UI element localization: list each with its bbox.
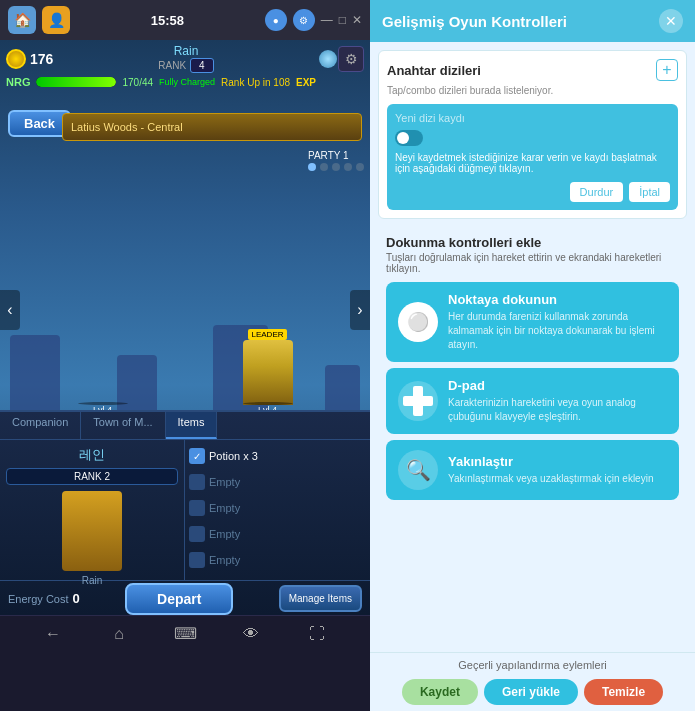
item-label-3: Empty [209, 528, 240, 540]
recording-toggle[interactable] [395, 130, 423, 146]
zoom-icon: 🔍 [398, 450, 438, 490]
control-touch-text: Noktaya dokunun Her durumda farenizi kul… [448, 292, 667, 352]
item-checkbox-0[interactable]: ✓ [189, 448, 205, 464]
item-label-1: Empty [209, 476, 240, 488]
item-row-1: Empty [189, 470, 366, 494]
energy-cost-display: Energy Cost 0 [8, 591, 80, 606]
charged-status: Fully Charged [159, 77, 215, 87]
party-dot-3 [332, 163, 340, 171]
hud-top: 176 Rain RANK 4 500 NRG [0, 40, 370, 105]
touch-desc: Her durumda farenizi kullanmak zorunda k… [448, 310, 667, 352]
control-card-zoom[interactable]: 🔍 Yakınlaştır Yakınlaştırmak veya uzakla… [386, 440, 679, 500]
party-dots [308, 163, 364, 171]
recording-box: Yeni dizi kaydı Neyi kaydetmek istediğin… [387, 104, 678, 210]
control-zoom-text: Yakınlaştır Yakınlaştırmak veya uzaklaşt… [448, 454, 653, 486]
item-row-3: Empty [189, 522, 366, 546]
item-row-0: ✓ Potion x 3 [189, 444, 366, 468]
char-sprite-left [78, 340, 128, 405]
section-anahtar: Anahtar dizileri + Tap/combo dizileri bu… [378, 50, 687, 219]
manage-items-button[interactable]: Manage Items [279, 585, 362, 612]
energy-cost-label: Energy Cost [8, 593, 69, 605]
nrg-text: 170/44 [122, 77, 153, 88]
location-bar: Latius Woods - Central [62, 113, 362, 141]
rank-up-label: Rank Up in 108 [221, 77, 290, 88]
restore-button[interactable]: □ [339, 13, 346, 27]
taskbar: 🏠 👤 15:58 ● ⚙ — □ ✕ [0, 0, 370, 40]
crystal-icon [319, 50, 337, 68]
dokunma-subtitle: Tuşları doğrulamak için hareket ettirin … [386, 252, 679, 274]
item-checkbox-3[interactable] [189, 526, 205, 542]
eye-nav-icon[interactable]: 👁 [238, 621, 264, 647]
load-config-button[interactable]: Geri yükle [484, 679, 578, 705]
config-title: Geçerli yapılandırma eylemleri [378, 659, 687, 671]
item-checkbox-2[interactable] [189, 500, 205, 516]
section-dokunma: Dokunma kontrolleri ekle Tuşları doğrula… [378, 227, 687, 514]
party-area: PARTY 1 [308, 150, 364, 171]
char-slot-right: LEADER Lvl 4 [243, 329, 293, 415]
companion-figure [62, 491, 122, 571]
tab-items[interactable]: Items [166, 412, 218, 439]
home-icon[interactable]: 🏠 [8, 6, 36, 34]
nav-left-button[interactable]: ‹ [0, 290, 20, 330]
item-label-0: Potion x 3 [209, 450, 258, 462]
rank-label: RANK [158, 60, 186, 71]
pause-button[interactable]: Durdur [570, 182, 624, 202]
tab-town[interactable]: Town of M... [81, 412, 165, 439]
item-row-4: Empty [189, 548, 366, 572]
recording-buttons: Durdur İptal [395, 182, 670, 202]
char-slot-left: Lvl 4 [78, 340, 128, 415]
recording-desc: Neyi kaydetmek istediğinize karar verin … [395, 152, 670, 174]
item-checkbox-4[interactable] [189, 552, 205, 568]
control-card-dpad[interactable]: D-pad Karakterinizin hareketini veya oyu… [386, 368, 679, 434]
game-icon[interactable]: 👤 [42, 6, 70, 34]
right-panel-close-button[interactable]: ✕ [659, 9, 683, 33]
expand-nav-icon[interactable]: ⛶ [304, 621, 330, 647]
hud-center: Rain RANK 4 [158, 44, 213, 73]
network-icon: ● [265, 9, 287, 31]
dokunma-title: Dokunma kontrolleri ekle [386, 235, 679, 250]
settings-icon[interactable]: ⚙ [293, 9, 315, 31]
zoom-desc: Yakınlaştırmak veya uzaklaştırmak için e… [448, 472, 653, 486]
party-label: PARTY 1 [308, 150, 349, 161]
cancel-button[interactable]: İptal [629, 182, 670, 202]
items-section: ✓ Potion x 3 Empty Empty Empty [185, 440, 370, 580]
touch-icon: ⚪ [398, 302, 438, 342]
back-nav-icon[interactable]: ← [40, 621, 66, 647]
game-panel: 🏠 👤 15:58 ● ⚙ — □ ✕ 176 Rain RANK 4 [0, 0, 370, 711]
location-text: Latius Woods - Central [71, 121, 183, 133]
companion-rank: RANK 2 [6, 468, 178, 485]
home-nav-icon[interactable]: ⌂ [106, 621, 132, 647]
toggle-knob [397, 132, 409, 144]
save-config-button[interactable]: Kaydet [402, 679, 478, 705]
depart-button[interactable]: Depart [125, 583, 233, 615]
gold-icon [6, 49, 26, 69]
section-title-row: Anahtar dizileri + [387, 59, 678, 81]
bottom-taskbar: ← ⌂ ⌨ 👁 ⛶ [0, 615, 370, 651]
item-checkbox-1[interactable] [189, 474, 205, 490]
taskbar-time: 15:58 [76, 13, 259, 28]
party-dot-1 [308, 163, 316, 171]
minimize-button[interactable]: — [321, 13, 333, 27]
nav-right-button[interactable]: › [350, 290, 370, 330]
window-close-button[interactable]: ✕ [352, 13, 362, 27]
keyboard-nav-icon[interactable]: ⌨ [172, 621, 198, 647]
item-row-2: Empty [189, 496, 366, 520]
item-label-4: Empty [209, 554, 240, 566]
recording-placeholder: Yeni dizi kaydı [395, 112, 670, 124]
right-content: Anahtar dizileri + Tap/combo dizileri bu… [370, 42, 695, 652]
touch-name: Noktaya dokunun [448, 292, 667, 307]
companion-figure-area: Rain [6, 491, 178, 586]
tab-companion[interactable]: Companion [0, 412, 81, 439]
anahtar-subtitle: Tap/combo dizileri burada listeleniyor. [387, 85, 678, 96]
clear-config-button[interactable]: Temizle [584, 679, 663, 705]
nrg-label: NRG [6, 76, 30, 88]
gear-button[interactable]: ⚙ [338, 46, 364, 72]
bottom-panel: Companion Town of M... Items 레인 RANK 2 R… [0, 410, 370, 615]
nrg-bar [36, 77, 116, 87]
dpad-vertical [413, 386, 423, 416]
add-sequence-button[interactable]: + [656, 59, 678, 81]
companion-name-bottom: Rain [62, 575, 122, 586]
control-card-touch[interactable]: ⚪ Noktaya dokunun Her durumda farenizi k… [386, 282, 679, 362]
party-dot-5 [356, 163, 364, 171]
dpad-desc: Karakterinizin hareketini veya oyun anal… [448, 396, 667, 424]
